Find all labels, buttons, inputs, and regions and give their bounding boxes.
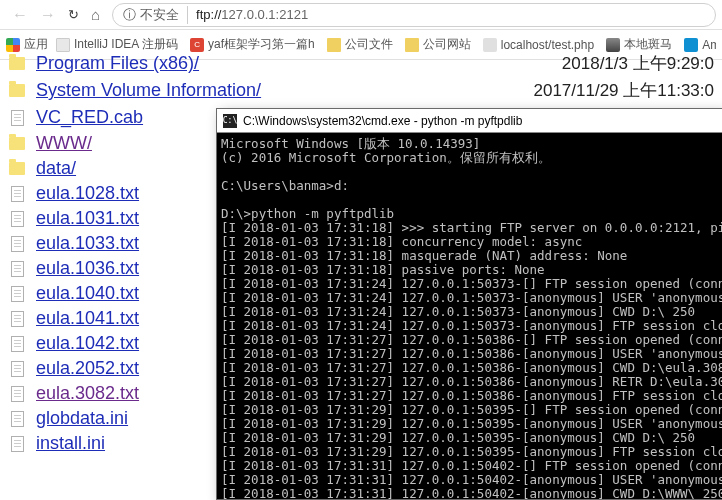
file-link[interactable]: Program Files (x86)/ [36,53,374,74]
file-icon [11,411,24,427]
folder-icon [9,57,25,70]
cmd-icon: C:\ [223,114,237,128]
folder-icon [9,137,25,150]
file-icon [11,286,24,302]
cmd-window[interactable]: C:\ C:\Windows\system32\cmd.exe - python… [216,108,722,500]
file-icon [11,186,24,202]
file-icon [11,311,24,327]
file-icon [11,386,24,402]
file-row: Program Files (x86)/2018/1/3 上午9:29:0 [0,50,722,77]
address-bar[interactable]: ⓘ 不安全 ftp://127.0.0.1:2121 [112,3,716,27]
cmd-output[interactable]: Microsoft Windows [版本 10.0.14393] (c) 20… [217,133,722,499]
back-arrow-icon[interactable]: ← [6,6,34,24]
home-icon[interactable]: ⌂ [85,6,106,23]
file-date: 2017/11/29 上午11:33:0 [484,79,714,102]
forward-arrow-icon[interactable]: → [34,6,62,24]
folder-icon [9,162,25,175]
browser-navbar: ← → ↻ ⌂ ⓘ 不安全 ftp://127.0.0.1:2121 [0,0,722,30]
insecure-label: 不安全 [140,6,188,24]
cmd-titlebar[interactable]: C:\ C:\Windows\system32\cmd.exe - python… [217,109,722,133]
file-icon [11,361,24,377]
file-date: 2018/1/3 上午9:29:0 [484,52,714,75]
file-icon [11,261,24,277]
file-icon [11,436,24,452]
info-icon: ⓘ [123,6,136,24]
file-icon [11,211,24,227]
file-icon [11,110,24,126]
url-text: ftp://127.0.0.1:2121 [196,7,308,22]
file-link[interactable]: System Volume Information/ [36,80,374,101]
file-icon [11,236,24,252]
cmd-title: C:\Windows\system32\cmd.exe - python -m … [243,114,719,128]
reload-icon[interactable]: ↻ [62,7,85,22]
folder-icon [9,84,25,97]
file-row: System Volume Information/2017/11/29 上午1… [0,77,722,104]
file-icon [11,336,24,352]
